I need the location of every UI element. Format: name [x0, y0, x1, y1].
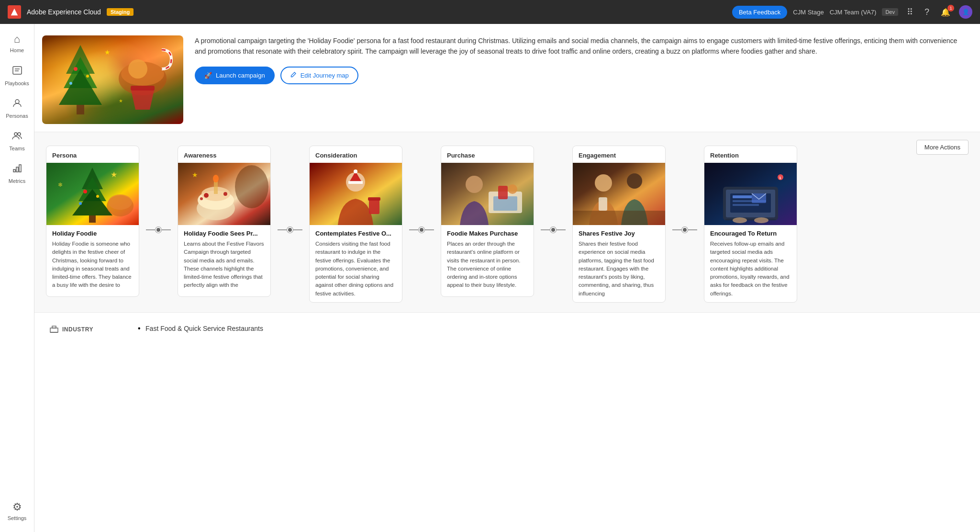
svg-rect-49	[348, 181, 363, 184]
edit-journey-map-button[interactable]: Edit Journey map	[280, 67, 358, 84]
card-image-engagement	[573, 163, 665, 225]
notifications-button[interactable]: 🔔 1	[938, 6, 953, 19]
settings-icon: ⚙	[12, 501, 22, 513]
svg-rect-62	[599, 197, 607, 211]
industry-section: INDUSTRY • Fast Food & Quick Service Res…	[34, 312, 980, 346]
svg-rect-58	[498, 186, 508, 199]
svg-point-28	[83, 190, 87, 193]
journey-card-purchase: Purchase	[441, 146, 534, 297]
avatar-initials: 👤	[962, 9, 969, 15]
svg-point-43	[200, 197, 203, 200]
svg-rect-70	[733, 204, 759, 206]
svg-point-60	[595, 174, 612, 192]
svg-rect-7	[13, 170, 15, 172]
card-body-consideration: Considers visiting the fast food restaur…	[310, 240, 402, 302]
card-image-awareness: ★	[178, 163, 270, 225]
sidebar-item-metrics[interactable]: Metrics	[2, 158, 33, 189]
card-title-retention: Encouraged To Return	[704, 225, 797, 240]
dev-badge: Dev	[882, 8, 898, 16]
avatar[interactable]: 👤	[959, 5, 972, 19]
svg-rect-68	[733, 195, 752, 198]
card-body-retention: Receives follow-up emails and targeted s…	[704, 240, 797, 302]
campaign-description: A promotional campaign targeting the 'Ho…	[195, 35, 965, 84]
stage-label-consideration: Consideration	[310, 146, 402, 163]
svg-point-30	[79, 202, 82, 205]
launch-campaign-button[interactable]: 🚀 Launch campaign	[195, 67, 275, 84]
card-title-consideration: Contemplates Festive O...	[310, 225, 402, 240]
svg-point-73	[754, 217, 768, 223]
campaign-hero-image: ★ ★	[42, 35, 183, 124]
description-text: A promotional campaign targeting the 'Ho…	[195, 35, 965, 57]
industry-label: INDUSTRY	[50, 324, 126, 334]
sidebar-item-home[interactable]: ⌂ Home	[2, 28, 33, 58]
action-buttons: 🚀 Launch campaign Edit Journey map	[195, 67, 965, 84]
connector-1	[146, 146, 171, 233]
svg-rect-52	[368, 197, 380, 201]
svg-point-15	[86, 75, 89, 78]
svg-point-61	[627, 173, 642, 189]
svg-rect-22	[131, 86, 155, 91]
sidebar-item-settings[interactable]: ⚙ Settings	[2, 496, 33, 526]
stage-label-retention: Retention	[704, 146, 797, 163]
svg-text:★: ★	[192, 171, 198, 179]
staging-badge[interactable]: Staging	[107, 8, 134, 16]
connector-3	[409, 146, 434, 233]
svg-text:❄: ❄	[58, 181, 63, 188]
card-image-consideration	[310, 163, 402, 225]
brand-name: Adobe Experience Cloud	[27, 8, 101, 16]
svg-point-4	[15, 100, 19, 103]
playbooks-icon	[12, 65, 22, 79]
journey-card-engagement: Engagement	[572, 146, 666, 303]
apps-icon[interactable]: ⠿	[904, 5, 916, 19]
svg-rect-77	[50, 328, 58, 332]
notification-count: 1	[947, 5, 954, 11]
card-image-purchase	[441, 163, 534, 225]
svg-point-72	[733, 217, 747, 223]
svg-point-40	[213, 175, 219, 182]
journey-cards: Persona ★ ❄	[46, 142, 969, 303]
svg-point-5	[14, 133, 17, 136]
edit-icon	[290, 71, 297, 79]
adobe-logo	[8, 5, 21, 19]
cjm-team-label: CJM Team (VA7)	[830, 9, 877, 16]
svg-rect-13	[77, 105, 84, 114]
journey-card-retention: Retention	[704, 146, 797, 303]
svg-rect-78	[52, 326, 56, 328]
svg-point-44	[235, 165, 268, 208]
card-body-persona: Holiday Foodie is someone who delights i…	[46, 240, 139, 296]
svg-point-50	[354, 170, 357, 173]
metrics-icon	[12, 163, 22, 176]
industry-value: • Fast Food & Quick Service Restaurants	[138, 324, 263, 333]
svg-point-57	[508, 184, 517, 194]
svg-text:★: ★	[104, 48, 111, 56]
svg-rect-27	[89, 215, 96, 223]
card-body-awareness: Learns about the Festive Flavors Campaig…	[178, 240, 270, 296]
sidebar-item-teams[interactable]: Teams	[2, 125, 33, 156]
stage-label-persona: Persona	[46, 146, 139, 163]
sidebar-item-personas[interactable]: Personas	[2, 93, 33, 124]
sidebar: ⌂ Home Playbooks Personas Teams Metrics …	[0, 24, 34, 532]
card-body-engagement: Shares their festive food experience on …	[573, 240, 665, 302]
svg-point-6	[18, 133, 21, 136]
svg-point-41	[204, 193, 209, 198]
svg-point-14	[74, 67, 78, 71]
svg-text:★: ★	[111, 170, 117, 179]
svg-text:1: 1	[779, 176, 781, 180]
card-title-purchase: Foodie Makes Purchase	[441, 225, 534, 240]
svg-rect-8	[16, 167, 18, 172]
help-icon[interactable]: ?	[922, 5, 932, 19]
stage-label-awareness: Awareness	[178, 146, 270, 163]
svg-rect-63	[573, 211, 665, 225]
card-title-engagement: Shares Festive Joy	[573, 225, 665, 240]
beta-feedback-button[interactable]: Beta Feedback	[732, 6, 787, 19]
teams-icon	[12, 130, 22, 144]
card-image-persona: ★ ❄	[46, 163, 139, 225]
more-actions-button[interactable]: More Actions	[916, 140, 969, 155]
industry-icon	[50, 324, 58, 334]
connector-2	[278, 146, 302, 233]
main-content: ★ ★ A promotional campaign targeting the…	[34, 24, 980, 532]
svg-point-34	[108, 194, 132, 210]
journey-card-persona: Persona ★ ❄	[46, 146, 139, 297]
svg-point-16	[69, 82, 72, 85]
sidebar-item-playbooks[interactable]: Playbooks	[2, 60, 33, 91]
